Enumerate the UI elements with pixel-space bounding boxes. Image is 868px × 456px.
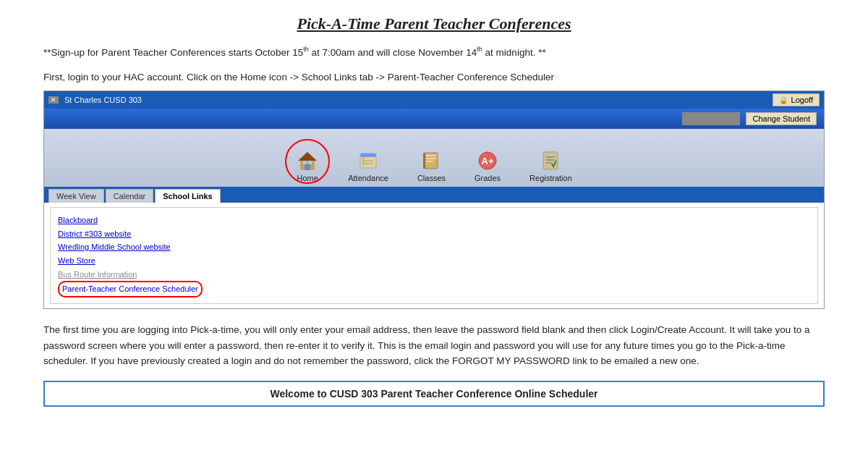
nav-classes-label: Classes — [417, 174, 446, 182]
link-wredling[interactable]: Wredling Middle School website — [58, 240, 810, 254]
attendance-icon — [357, 149, 380, 172]
link-district[interactable]: District #303 website — [58, 227, 810, 241]
tab-week-view[interactable]: Week View — [48, 189, 104, 203]
registration-icon — [539, 149, 562, 172]
svg-rect-13 — [426, 155, 436, 156]
links-area: Blackboard District #303 website Wredlin… — [50, 207, 818, 304]
change-student-button[interactable]: Change Student — [746, 112, 817, 125]
classes-icon — [420, 149, 443, 172]
nav-home-label: Home — [297, 174, 318, 182]
svg-rect-3 — [303, 161, 307, 164]
instruction-text: First, login to your HAC account. Click … — [43, 70, 825, 85]
ptc-circle-indicator: Parent-Teacher Conference Scheduler — [58, 281, 203, 297]
svg-rect-6 — [360, 153, 376, 157]
nav-home[interactable]: Home — [289, 145, 326, 187]
lock-icon — [779, 96, 789, 104]
home-icon — [296, 149, 319, 172]
svg-rect-4 — [308, 161, 312, 164]
welcome-box: Welcome to CUSD 303 Parent Teacher Confe… — [43, 381, 825, 407]
subtitle-text: **Sign-up for Parent Teacher Conferences… — [43, 45, 825, 60]
tab-school-links[interactable]: School Links — [155, 189, 220, 203]
svg-point-10 — [362, 161, 365, 163]
svg-text:A+: A+ — [482, 156, 494, 166]
hac-title-bar: ✕ St Charles CUSD 303 Logoff — [44, 91, 824, 109]
logoff-button[interactable]: Logoff — [773, 93, 820, 106]
grades-icon: A+ — [476, 149, 499, 172]
svg-marker-1 — [298, 152, 317, 161]
svg-point-9 — [362, 158, 365, 160]
svg-rect-2 — [305, 164, 310, 170]
redacted-area — [682, 112, 740, 125]
nav-classes[interactable]: Classes — [410, 145, 453, 187]
page-title: Pick-A-Time Parent Teacher Conferences — [43, 14, 825, 33]
nav-grades-label: Grades — [475, 174, 501, 182]
nav-registration-label: Registration — [529, 174, 572, 182]
svg-rect-15 — [426, 161, 433, 162]
hac-title-bar-left: ✕ St Charles CUSD 303 — [48, 96, 142, 104]
hac-screenshot: ✕ St Charles CUSD 303 Logoff Change Stud… — [43, 90, 825, 309]
close-icon[interactable]: ✕ — [48, 96, 59, 104]
nav-attendance[interactable]: Attendance — [341, 145, 396, 187]
svg-rect-16 — [423, 153, 425, 169]
tabs-row: Week View Calendar School Links — [44, 187, 824, 203]
link-busroute[interactable]: Bus Route Information — [58, 268, 810, 282]
link-blackboard[interactable]: Blackboard — [58, 214, 810, 227]
link-ptc[interactable]: Parent-Teacher Conference Scheduler — [58, 281, 810, 297]
page: Pick-A-Time Parent Teacher Conferences *… — [0, 0, 868, 421]
hac-header: Change Student — [44, 109, 824, 129]
body-text: The first time you are logging into Pick… — [43, 322, 825, 369]
nav-attendance-label: Attendance — [348, 174, 388, 182]
nav-grades[interactable]: A+ Grades — [467, 145, 508, 187]
svg-rect-14 — [426, 158, 436, 159]
tab-calendar[interactable]: Calendar — [106, 189, 154, 203]
nav-registration[interactable]: Registration — [522, 145, 579, 187]
svg-point-11 — [362, 164, 365, 166]
nav-area: Home Attendance — [44, 129, 824, 187]
link-webstore[interactable]: Web Store — [58, 254, 810, 268]
hac-title: St Charles CUSD 303 — [64, 96, 142, 104]
